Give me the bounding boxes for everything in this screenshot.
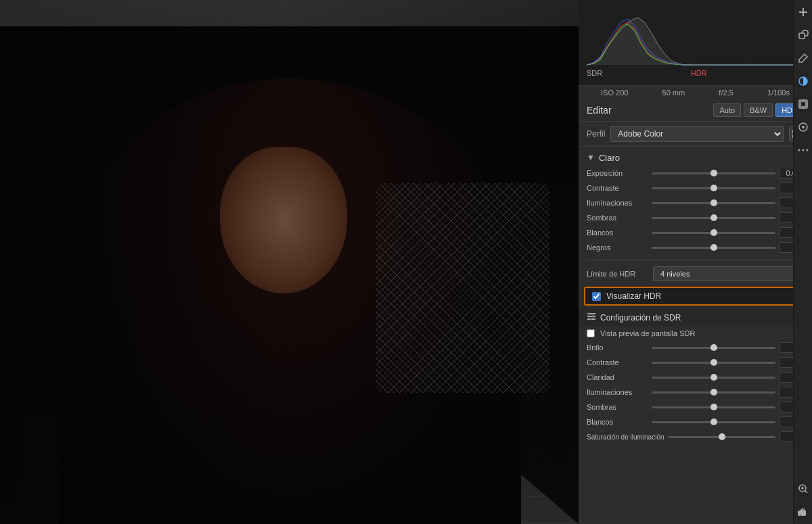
bw-button[interactable]: B&W [744, 103, 773, 117]
aperture-value: f/2,5 [719, 89, 733, 97]
svg-rect-9 [587, 316, 595, 317]
claridad-row: Claridad 0 [579, 370, 812, 385]
sombras-row: Sombras 0 [579, 210, 812, 225]
saturacion-row: Saturación de iluminación 0 [579, 429, 812, 444]
shutter-value: 1/100s [767, 89, 790, 97]
blancos-sdr-label: Blancos [587, 418, 648, 426]
svg-point-24 [806, 149, 808, 151]
brillo-slider[interactable] [652, 347, 775, 349]
svg-rect-19 [800, 101, 806, 107]
claro-section-header: ▼ Claro 👁 [579, 147, 812, 166]
more-icon[interactable] [796, 143, 810, 157]
histogram-labels: SDR HDR ⚠ [584, 66, 807, 80]
visualizar-hdr-label: Visualizar HDR [606, 291, 661, 301]
exposicion-row: Exposición 0.00 [579, 166, 812, 181]
sdr-label: SDR [587, 69, 602, 77]
edit-header: Editar Auto B&W HDR [579, 99, 812, 122]
blancos-sdr-slider[interactable] [652, 421, 775, 423]
sdr-config-header: Configuración de SDR ▼ [579, 308, 812, 327]
visualizar-hdr-row[interactable]: Visualizar HDR [584, 287, 807, 306]
blancos-label: Blancos [587, 229, 648, 237]
claridad-label: Claridad [587, 373, 648, 381]
edit-buttons: Auto B&W HDR [713, 103, 804, 117]
brillo-label: Brillo [587, 343, 648, 352]
exposicion-label: Exposición [587, 169, 648, 177]
sombras-slider[interactable] [652, 217, 775, 219]
vista-previa-checkbox[interactable] [587, 329, 595, 337]
svg-rect-16 [799, 33, 805, 39]
transform-icon[interactable] [796, 28, 810, 42]
blancos-sdr-row: Blancos 0 [579, 414, 812, 429]
camera-info: ISO 200 50 mm f/2,5 1/100s [579, 85, 812, 99]
histogram-area: SDR HDR ⚠ [579, 0, 812, 85]
hdr-label: HDR [691, 69, 707, 77]
zoom-icon[interactable] [796, 482, 810, 496]
expand-icon[interactable] [796, 5, 810, 19]
iluminaciones-sdr-label: Iluminaciones [587, 388, 648, 396]
hdr-limit-label: Límite de HDR [587, 270, 648, 278]
sombras-label: Sombras [587, 214, 648, 222]
hdr-limit-select[interactable]: 4 niveles [653, 266, 804, 281]
contraste-sdr-label: Contraste [587, 358, 648, 366]
hdr-limit-row: Límite de HDR 4 niveles [579, 264, 812, 284]
iluminaciones-row: Iluminaciones 0 [579, 195, 812, 210]
profile-select[interactable]: Adobe Color [610, 126, 784, 142]
panel-content[interactable]: ▼ Claro 👁 Exposición 0.00 Contraste 0 Il… [579, 147, 812, 524]
edit-title: Editar [587, 105, 612, 116]
auto-button[interactable]: Auto [713, 103, 741, 117]
focal-value: 50 mm [662, 89, 685, 97]
circle-icon[interactable] [796, 120, 810, 134]
svg-point-21 [802, 126, 805, 128]
svg-rect-11 [588, 312, 589, 315]
vista-previa-row: Vista previa de pantalla SDR [579, 327, 812, 340]
saturacion-slider[interactable] [669, 436, 775, 438]
blancos-slider[interactable] [652, 232, 775, 234]
contraste-row: Contraste 0 [579, 181, 812, 195]
sdr-config-icon [587, 312, 596, 323]
visualizar-hdr-checkbox[interactable] [592, 292, 601, 301]
sombras-sdr-slider[interactable] [652, 406, 775, 408]
brush-icon[interactable] [796, 51, 810, 65]
right-toolbar [793, 0, 812, 524]
svg-rect-15 [803, 8, 804, 16]
iluminaciones-slider[interactable] [652, 202, 775, 204]
sombras-sdr-label: Sombras [587, 403, 648, 411]
iluminaciones-sdr-row: Iluminaciones 0 [579, 385, 812, 400]
iluminaciones-sdr-slider[interactable] [652, 391, 775, 394]
claro-collapse-arrow[interactable]: ▼ [587, 153, 595, 162]
right-panel: SDR HDR ⚠ ISO 200 50 mm f/2,5 1/100s Edi… [579, 0, 812, 524]
vista-previa-label: Vista previa de pantalla SDR [600, 329, 695, 337]
contraste-sdr-row: Contraste 0 [579, 355, 812, 370]
color-icon[interactable] [796, 74, 810, 88]
profile-label: Perfil [587, 129, 605, 139]
contraste-sdr-slider[interactable] [652, 362, 775, 364]
photo-area [0, 0, 579, 524]
section-separator [587, 259, 804, 260]
negros-row: Negros 0 [579, 240, 812, 255]
svg-point-22 [798, 149, 800, 151]
exposicion-slider[interactable] [652, 172, 775, 174]
contraste-label: Contraste [587, 184, 648, 192]
iso-value: ISO 200 [601, 89, 628, 97]
negros-slider[interactable] [652, 247, 775, 249]
svg-point-23 [802, 149, 804, 151]
hand-icon[interactable] [796, 505, 810, 519]
blancos-row: Blancos 0 [579, 225, 812, 240]
sombras-sdr-row: Sombras 0 [579, 400, 812, 414]
sdr-config-title: Configuración de SDR [600, 313, 792, 323]
layers-icon[interactable] [796, 97, 810, 111]
claridad-slider[interactable] [652, 377, 775, 379]
claro-section-title: Claro [599, 153, 620, 163]
contraste-slider[interactable] [652, 187, 775, 189]
profile-row: Perfil Adobe Color [579, 122, 812, 147]
svg-rect-13 [590, 318, 591, 320]
negros-label: Negros [587, 243, 648, 252]
saturacion-label: Saturación de iluminación [587, 433, 664, 441]
iluminaciones-label: Iluminaciones [587, 199, 648, 207]
brillo-row: Brillo 0 [579, 340, 812, 355]
svg-rect-12 [592, 315, 593, 318]
svg-line-26 [805, 491, 807, 494]
